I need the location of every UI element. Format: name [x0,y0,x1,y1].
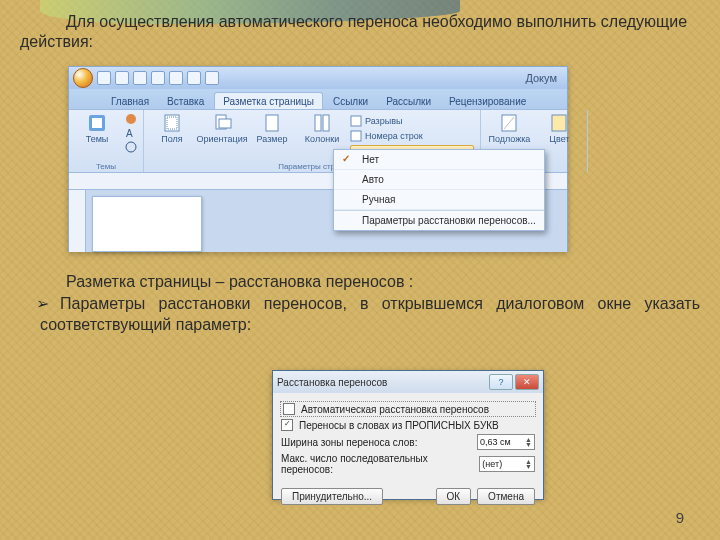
qat-open-icon[interactable] [169,71,183,85]
tab-review[interactable]: Рецензирование [441,93,534,109]
columns-icon [312,113,332,133]
page-number: 9 [676,509,684,526]
svg-rect-10 [315,115,321,131]
help-button[interactable]: ? [489,374,513,390]
columns-button[interactable]: Колонки [300,113,344,144]
step-bullet: ➢Параметры расстановки переносов, в откр… [20,294,700,336]
themes-button[interactable]: Темы [75,113,119,144]
office-button-icon[interactable] [73,68,93,88]
page-preview[interactable] [92,196,202,252]
input-zone[interactable]: 0,63 см ▲▼ [477,434,535,450]
svg-rect-11 [323,115,329,131]
watermark-icon [499,113,519,133]
menu-item-none[interactable]: ✓ Нет [334,150,544,170]
theme-colors-icon[interactable] [125,113,137,125]
label-zone: Ширина зоны переноса слов: [281,437,417,448]
checkbox-caps[interactable]: ✓ [281,419,293,431]
tab-mailings[interactable]: Рассылки [378,93,439,109]
vertical-ruler[interactable] [69,190,86,252]
group-themes: Темы A Темы [69,110,144,172]
cancel-button[interactable]: Отмена [477,488,535,505]
checkbox-auto-hyphenation[interactable] [283,403,295,415]
spinner-icon[interactable]: ▲▼ [525,459,532,469]
margins-button[interactable]: Поля [150,113,194,144]
line-numbers-button[interactable]: Номера строк [350,130,474,142]
svg-rect-9 [266,115,278,131]
qat-print-icon[interactable] [187,71,201,85]
ok-button[interactable]: ОК [436,488,472,505]
spinner-icon[interactable]: ▲▼ [525,437,532,447]
label-auto-hyphenation: Автоматическая расстановка переносов [301,404,489,415]
tab-page-layout[interactable]: Разметка страницы [214,92,323,109]
bullet-icon: ➢ [36,294,60,315]
input-max[interactable]: (нет) ▲▼ [479,456,535,472]
theme-effects-icon[interactable] [125,141,137,153]
check-icon: ✓ [342,153,350,164]
orientation-button[interactable]: Ориентация [200,113,244,144]
label-caps: Переносы в словах из ПРОПИСНЫХ БУКВ [299,420,499,431]
close-button[interactable]: ✕ [515,374,539,390]
qat-save-icon[interactable] [97,71,111,85]
menu-item-auto[interactable]: Авто [334,170,544,190]
svg-rect-13 [351,131,361,141]
size-icon [262,113,282,133]
dialog-titlebar: Расстановка переносов ? ✕ [273,371,543,393]
svg-point-2 [126,114,136,124]
word-ribbon-screenshot: Докум Главная Вставка Разметка страницы … [68,66,568,252]
page-color-icon [549,113,569,133]
line-numbers-icon [350,130,362,142]
menu-item-options[interactable]: Параметры расстановки переносов... [334,210,544,230]
svg-point-4 [126,142,136,152]
tab-references[interactable]: Ссылки [325,93,376,109]
hyphenation-menu: ✓ Нет Авто Ручная Параметры расстановки … [333,149,545,231]
themes-icon [87,113,107,133]
group-label-themes: Темы [75,162,137,171]
intro-text: Для осуществления автоматического перено… [20,12,700,52]
svg-rect-12 [351,116,361,126]
svg-rect-17 [552,115,566,131]
qat-redo-icon[interactable] [133,71,147,85]
theme-fonts-icon[interactable]: A [125,127,137,139]
qat-new-icon[interactable] [151,71,165,85]
dialog-title: Расстановка переносов [277,377,387,388]
svg-text:A: A [126,128,133,139]
label-max: Макс. число последовательных переносов: [281,453,473,475]
svg-rect-1 [92,118,102,128]
force-button[interactable]: Принудительно... [281,488,383,505]
breaks-button[interactable]: Разрывы [350,115,474,127]
page-color-button[interactable]: Цвет [537,113,581,144]
menu-item-manual[interactable]: Ручная [334,190,544,210]
svg-rect-8 [219,119,231,128]
tab-home[interactable]: Главная [103,93,157,109]
step-heading: Разметка страницы – расстановка переносо… [20,272,700,292]
titlebar: Докум [69,67,567,89]
size-button[interactable]: Размер [250,113,294,144]
orientation-icon [212,113,232,133]
watermark-button[interactable]: Подложка [487,113,531,144]
tab-insert[interactable]: Вставка [159,93,212,109]
breaks-icon [350,115,362,127]
margins-icon [162,113,182,133]
qat-preview-icon[interactable] [205,71,219,85]
doc-title: Докум [525,72,563,84]
qat-undo-icon[interactable] [115,71,129,85]
hyphenation-dialog-screenshot: Расстановка переносов ? ✕ Автоматическая… [272,370,544,498]
ribbon-tabs: Главная Вставка Разметка страницы Ссылки… [69,89,567,109]
